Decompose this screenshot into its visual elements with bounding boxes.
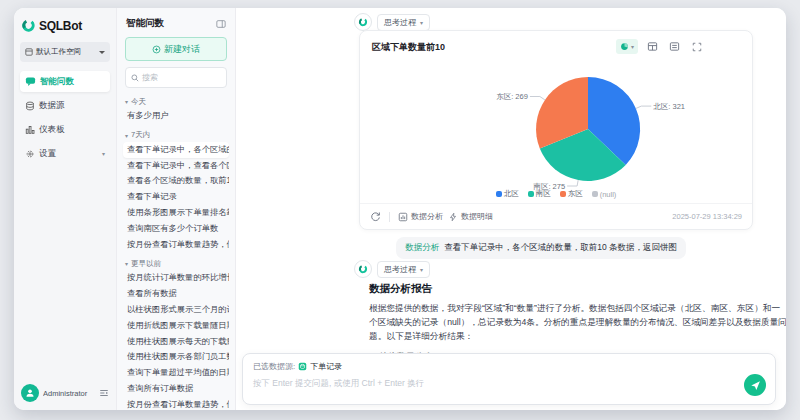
- sidebar-item-dashboard[interactable]: 仪表板: [20, 119, 110, 140]
- chat-history-item[interactable]: 查询所有订单数据: [123, 381, 229, 397]
- chat-history-item[interactable]: 使用条形图展示下单量排名靠前的日...: [123, 205, 229, 221]
- sidebar-item-settings[interactable]: 设置 ▾: [20, 143, 110, 164]
- pie-label-line: [530, 97, 545, 100]
- chart-legend: 北区南区东区(null): [360, 189, 752, 199]
- divider: [389, 212, 390, 222]
- question-input-box: 已选数据源: 下单记录 按下 Enter 提交问题, 或使用 Ctrl + En…: [242, 353, 776, 405]
- datasource-name[interactable]: 下单记录: [310, 361, 342, 372]
- legend-marker: [496, 191, 502, 197]
- chevron-down-icon: [99, 51, 105, 54]
- analysis-icon: [398, 212, 408, 222]
- chat-history-item[interactable]: 查看下单记录: [123, 189, 229, 205]
- search-input[interactable]: 搜索: [125, 67, 227, 88]
- legend-item[interactable]: 北区: [496, 189, 519, 199]
- sql-view-icon[interactable]: [667, 39, 682, 54]
- chat-section-label[interactable]: ▾7天内: [125, 130, 227, 141]
- chat-history-item[interactable]: 使用柱状图展示各部门员工数: [123, 349, 229, 365]
- legend-marker: [528, 191, 534, 197]
- sidebar-item-chat[interactable]: 智能问数: [20, 71, 110, 92]
- database-icon: [25, 101, 35, 111]
- data-analysis-button[interactable]: 数据分析: [398, 211, 443, 222]
- workspace-label: 默认工作空间: [36, 47, 81, 57]
- thinking-process-toggle[interactable]: 思考过程 ▾: [377, 261, 430, 278]
- fullscreen-icon[interactable]: [689, 39, 704, 54]
- sqlbot-logo-icon: [21, 18, 36, 33]
- workspace-icon: [25, 48, 33, 56]
- legend-label: 东区: [568, 189, 583, 199]
- pie-chart: 北区: 321南区: 275东区: 269: [360, 57, 752, 191]
- chevron-down-icon: ▾: [125, 132, 128, 139]
- collapse-panel-icon[interactable]: [216, 19, 226, 29]
- app-window: SQLBot 默认工作空间 智能问数 数据源 仪表板: [14, 8, 786, 410]
- bot-avatar: [354, 260, 372, 278]
- chat-section-label[interactable]: ▾更早以前: [125, 258, 227, 269]
- main-chat-area: 思考过程 ▾ 区域下单数量前10 ▾: [236, 8, 786, 410]
- chat-history-item[interactable]: 查看下单记录中，各个区域的数量...: [123, 142, 229, 158]
- search-icon: [131, 74, 139, 82]
- pie-chart-icon: [620, 42, 629, 51]
- chart-type-select[interactable]: ▾: [616, 39, 638, 54]
- bot-message-header: 思考过程 ▾: [354, 13, 430, 31]
- pie-label: 北区: 321: [653, 102, 685, 111]
- chat-history-item[interactable]: 按月统计订单数量的环比增长率: [123, 270, 229, 286]
- message-mode-tag: 数据分析: [405, 242, 439, 254]
- chat-history-item[interactable]: 以柱状图形式展示三个月的订单量: [123, 302, 229, 318]
- chat-history-item[interactable]: 有多少用户: [123, 108, 229, 124]
- chat-history-item[interactable]: 按月份查看订单数量趋势，使用折...: [123, 237, 229, 253]
- pie-label: 东区: 269: [496, 92, 528, 101]
- search-placeholder: 搜索: [142, 72, 158, 83]
- collapse-sidebar-icon[interactable]: [99, 388, 109, 398]
- lightning-icon: [448, 212, 458, 222]
- avatar: [21, 384, 39, 402]
- pie-label-line: [567, 180, 578, 186]
- user-message-bubble: 数据分析 查看下单记录中，各个区域的数量，取前10 条数据，返回饼图: [396, 237, 686, 259]
- analysis-report: 数据分析报告 根据您提供的数据，我对字段“区域”和“数量”进行了分析。数据包括四…: [369, 282, 786, 364]
- chart-footer: 数据分析 数据明细 2025-07-29 13:34:29: [360, 203, 752, 229]
- chat-bubble-icon: [25, 76, 36, 87]
- refresh-icon[interactable]: [370, 211, 381, 222]
- legend-marker: [592, 191, 598, 197]
- data-detail-button[interactable]: 数据明细: [448, 211, 493, 222]
- chat-section-label[interactable]: ▾今天: [125, 96, 227, 107]
- gear-icon: [25, 149, 35, 159]
- chevron-down-icon: ▾: [102, 150, 105, 157]
- question-input[interactable]: 按下 Enter 提交问题, 或使用 Ctrl + Enter 换行: [253, 378, 765, 390]
- username-label: Administrator: [43, 389, 95, 398]
- legend-label: 北区: [504, 189, 519, 199]
- thinking-process-toggle[interactable]: 思考过程 ▾: [377, 14, 430, 31]
- user-message-text: 查看下单记录中，各个区域的数量，取前10 条数据，返回饼图: [444, 242, 677, 254]
- workspace-selector[interactable]: 默认工作空间: [20, 42, 110, 62]
- user-account[interactable]: Administrator: [20, 384, 110, 402]
- chat-history-item[interactable]: 查看所有数据: [123, 286, 229, 302]
- table-view-icon[interactable]: [645, 39, 660, 54]
- legend-label: 南区: [536, 189, 551, 199]
- chat-history-item[interactable]: 按月份查看订单数量趋势，使用折...: [123, 397, 229, 410]
- logo: SQLBot: [20, 16, 110, 42]
- sidebar-item-datasource[interactable]: 数据源: [20, 95, 110, 116]
- legend-item[interactable]: (null): [592, 190, 617, 199]
- chart-card: 区域下单数量前10 ▾ 北区: 321南区: 275东区:: [359, 30, 753, 230]
- chat-history-item[interactable]: 查询下单量超过平均值的日期: [123, 365, 229, 381]
- pie-label-line: [636, 106, 652, 108]
- selected-datasource-label: 已选数据源:: [253, 361, 295, 372]
- bar-chart-icon: [25, 125, 35, 135]
- legend-item[interactable]: 东区: [560, 189, 583, 199]
- chat-history-item[interactable]: 使用柱状图展示每天的下载量变化: [123, 334, 229, 350]
- chat-history-item[interactable]: 使用折线图展示下载量随日期的变...: [123, 318, 229, 334]
- datasource-icon: [298, 362, 307, 371]
- chevron-down-icon: ▾: [420, 266, 423, 273]
- new-chat-button[interactable]: 新建对话: [125, 37, 227, 61]
- sidebar: SQLBot 默认工作空间 智能问数 数据源 仪表板: [14, 8, 116, 410]
- send-button[interactable]: [744, 374, 766, 396]
- chart-title: 区域下单数量前10: [372, 41, 445, 54]
- bot-message-header: 思考过程 ▾: [354, 260, 430, 278]
- app-title: SQLBot: [39, 19, 82, 33]
- chat-history-item[interactable]: 查看各个区域的数量，取前10 条数...: [123, 173, 229, 189]
- chat-history-item[interactable]: 查询南区有多少个订单数: [123, 221, 229, 237]
- legend-item[interactable]: 南区: [528, 189, 551, 199]
- legend-marker: [560, 191, 566, 197]
- chevron-down-icon: ▾: [631, 43, 634, 50]
- bot-avatar: [354, 13, 372, 31]
- chat-history-item[interactable]: 查看下单记录中，查看各个区域的...: [123, 158, 229, 174]
- chevron-down-icon: ▾: [125, 98, 128, 105]
